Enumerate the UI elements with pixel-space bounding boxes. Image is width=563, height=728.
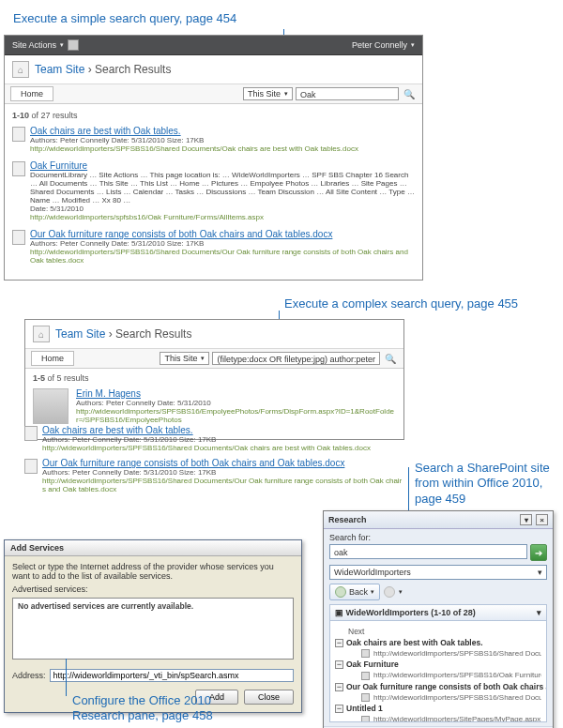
tree-node[interactable]: −Oak Furniture	[335, 660, 541, 669]
chevron-down-icon[interactable]: ▾	[520, 514, 532, 525]
site-actions-menu[interactable]: Site Actions ▾	[12, 39, 79, 51]
back-button[interactable]: Back ▾	[329, 584, 380, 600]
sub-bar: Home This Site ▾ (filetype:docx OR filet…	[25, 349, 403, 369]
page-icon	[361, 716, 370, 722]
user-name: Peter Connelly	[352, 40, 407, 50]
result-url: http://wideworldimporters/SPFSBS16/Share…	[30, 144, 358, 153]
advertised-label: Advertised services:	[12, 584, 294, 594]
result-title[interactable]: Our Oak furniture range consists of both…	[30, 229, 332, 239]
docx-icon	[24, 426, 38, 441]
result-title[interactable]: Erin M. Hagens	[76, 388, 141, 399]
tree-next[interactable]: Next	[335, 627, 541, 636]
site-actions-label: Site Actions	[12, 40, 56, 50]
chevron-down-icon: ▾	[60, 41, 64, 49]
result-title[interactable]: Our Oak furniture range consists of both…	[42, 458, 344, 468]
results-tree: Next −Oak chairs are best with Oak table…	[329, 621, 547, 722]
tree-node[interactable]: −Our Oak furniture range consists of bot…	[335, 682, 541, 691]
scope-dropdown[interactable]: This Site ▾	[243, 87, 293, 100]
chevron-down-icon: ▾	[411, 41, 415, 49]
result-meta: Date: 5/31/2010	[30, 205, 415, 213]
avatar	[33, 388, 68, 424]
site-logo-icon[interactable]: ⌂	[12, 61, 29, 78]
result-meta: Authors: Peter Connelly Date: 5/31/2010 …	[42, 468, 404, 477]
result-title[interactable]: Oak chairs are best with Oak tables.	[42, 425, 193, 435]
result-item-person: Erin M. Hagens Authors: Peter Connelly D…	[33, 388, 396, 424]
annotation-configure-research: Configure the Office 2010 Research pane,…	[72, 693, 260, 724]
tree-node-link[interactable]: http://wideworldimporters/SitePages/MyPa…	[335, 715, 541, 722]
result-meta: Authors: Peter Connelly Date: 5/31/2010 …	[30, 239, 415, 248]
tree-node-link[interactable]: http://wideworldimporters/SPFSBS16/Share…	[335, 693, 541, 702]
results-header[interactable]: ▣ WideWorldImporters (1-10 of 28) ▾	[329, 604, 547, 621]
page-icon	[361, 649, 370, 658]
address-label: Address:	[12, 671, 46, 680]
research-pane: Research ▾ × Search for: oak ➔ WideWorld…	[323, 510, 554, 728]
tab-home[interactable]: Home	[31, 351, 74, 366]
result-count: 1-5 of 5 results	[33, 373, 396, 383]
chevron-down-icon: ▾	[371, 588, 374, 596]
breadcrumb-team-site[interactable]: Team Site	[35, 63, 84, 76]
search-results-window-simple: Site Actions ▾ Peter Connelly ▾ ⌂ Team S…	[4, 35, 423, 281]
research-scope-select[interactable]: WideWorldImporters ▾	[329, 565, 547, 580]
search-icon[interactable]: 🔍	[383, 351, 398, 366]
annotation-simple-search: Execute a simple search query, page 454	[13, 11, 236, 25]
research-titlebar: Research ▾ ×	[324, 511, 553, 529]
results-list-continued: Oak chairs are best with Oak tables. Aut…	[24, 425, 404, 499]
collapse-icon[interactable]: −	[335, 683, 343, 691]
search-icon[interactable]: 🔍	[402, 86, 417, 101]
tree-node[interactable]: −Oak chairs are best with Oak tables.	[335, 638, 541, 647]
tab-home[interactable]: Home	[10, 86, 53, 101]
library-icon	[12, 161, 25, 176]
search-input[interactable]: (filetype:docx OR filetype:jpg) author:p…	[212, 352, 380, 365]
research-search-input[interactable]: oak	[329, 544, 527, 559]
tree-node-link[interactable]: http://wideworldimporters/SPFSBS16/Share…	[335, 649, 541, 658]
result-url: http://wideworldimporters/spfsbs16/Oak F…	[30, 213, 415, 221]
search-for-label: Search for:	[329, 533, 547, 542]
results-list: 1-10 of 27 results Oak chairs are best w…	[5, 104, 422, 280]
result-item: Oak Furniture DocumentLibrary … Site Act…	[12, 160, 415, 221]
result-item: Our Oak furniture range consists of both…	[24, 458, 404, 493]
tree-node[interactable]: −Untitled 1	[335, 704, 541, 713]
result-title[interactable]: Oak chairs are best with Oak tables.	[30, 126, 181, 136]
collapse-icon[interactable]: −	[335, 639, 343, 647]
docx-icon	[24, 459, 38, 474]
annotation-complex-search: Execute a complex search query, page 455	[284, 296, 518, 311]
breadcrumb-team-site[interactable]: Team Site	[55, 327, 105, 341]
collapse-icon[interactable]: −	[335, 660, 343, 669]
result-url: http://wideworldimporters/SPFSBS16/Share…	[42, 444, 371, 452]
breadcrumb: ⌂ Team Site › Search Results	[5, 55, 422, 84]
scope-dropdown[interactable]: This Site ▾	[160, 352, 209, 365]
docx-icon	[12, 230, 25, 245]
advertised-services-list[interactable]: No advertised services are currently ava…	[12, 598, 294, 660]
sub-bar: Home This Site ▾ Oak 🔍	[5, 84, 422, 104]
back-arrow-icon	[335, 586, 346, 598]
forward-button[interactable]	[384, 586, 395, 598]
user-menu[interactable]: Peter Connelly ▾	[352, 40, 415, 50]
page-icon	[361, 693, 370, 702]
result-title[interactable]: Oak Furniture	[30, 160, 87, 171]
search-results-window-complex: ⌂ Team Site › Search Results Home This S…	[24, 319, 404, 440]
result-url: http://wideworldimporters/SPFSBS16/Empol…	[76, 407, 396, 424]
breadcrumb-current: Search Results	[115, 327, 191, 341]
result-meta: Authors: Peter Connelly Date: 5/31/2010	[76, 399, 396, 407]
collapse-icon[interactable]: −	[335, 705, 343, 713]
result-meta: Authors: Peter Connelly Date: 5/31/2010 …	[42, 435, 371, 444]
docx-icon	[12, 127, 25, 142]
result-item: Oak chairs are best with Oak tables. Aut…	[12, 126, 415, 153]
page-icon	[361, 672, 370, 680]
result-item: Our Oak furniture range consists of both…	[12, 229, 415, 265]
dialog-instruction: Select or type the Internet address of t…	[12, 562, 294, 581]
go-button[interactable]: ➔	[530, 544, 547, 561]
browse-icon[interactable]	[68, 39, 79, 51]
research-title: Research	[328, 515, 367, 524]
result-url: http://wideworldimporters/SPFSBS16/Share…	[30, 248, 415, 265]
scope-label: This Site	[248, 89, 281, 99]
tree-node-link[interactable]: http://wideworldimporters/SPFSBS16/Oak F…	[335, 671, 541, 679]
research-scope-label: WideWorldImporters	[334, 568, 411, 577]
result-body: DocumentLibrary … Site Actions … This pa…	[30, 171, 415, 205]
breadcrumb-sep: ›	[109, 327, 115, 341]
address-input[interactable]	[50, 669, 294, 682]
chevron-down-icon: ▾	[538, 568, 542, 577]
close-icon[interactable]: ×	[536, 514, 548, 525]
site-logo-icon[interactable]: ⌂	[33, 326, 50, 342]
search-input[interactable]: Oak	[296, 87, 399, 100]
